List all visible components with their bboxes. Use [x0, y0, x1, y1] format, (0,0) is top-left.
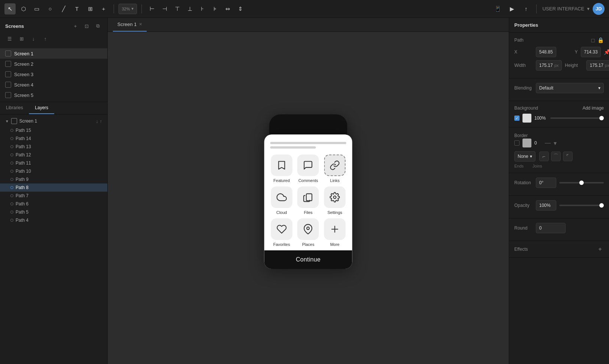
- align-left[interactable]: ⊢: [146, 3, 157, 14]
- add-image-btn[interactable]: Add image: [583, 105, 604, 111]
- visibility-icon[interactable]: ◻: [591, 37, 595, 43]
- join-buttons: ⌐ ⌒ ⌜: [539, 152, 573, 161]
- align-right[interactable]: ⊤: [172, 3, 183, 14]
- icon-box-files: [297, 186, 319, 208]
- tab-libraries[interactable]: Libraries: [0, 102, 29, 114]
- add-from-file-btn[interactable]: ⊡: [82, 22, 91, 30]
- sort-desc-btn[interactable]: ↑: [41, 34, 50, 43]
- bg-opacity-thumb: [599, 116, 604, 120]
- add-tool[interactable]: +: [98, 3, 109, 14]
- canvas-tab-screen1[interactable]: Screen 1 ✕: [113, 18, 147, 32]
- mobile-preview[interactable]: 📱: [492, 3, 504, 14]
- sort-asc-btn[interactable]: ↓: [29, 34, 38, 43]
- duplicate-screen-btn[interactable]: ⧉: [93, 22, 102, 30]
- rectangle-tool[interactable]: ▭: [31, 3, 42, 14]
- align-center-h[interactable]: ⊣: [159, 3, 170, 14]
- layer-path8[interactable]: Path 8: [0, 183, 107, 192]
- width-input[interactable]: 175.17 px: [536, 60, 562, 71]
- sort-down-icon[interactable]: ↓: [96, 118, 98, 124]
- joins-label: Joins: [533, 164, 542, 168]
- layer-path15[interactable]: Path 15: [0, 126, 107, 134]
- border-checkbox[interactable]: [514, 140, 520, 146]
- layer-path4[interactable]: Path 4: [0, 216, 107, 224]
- pin-icon[interactable]: 📌: [604, 49, 609, 55]
- lock-icon[interactable]: 🔒: [597, 37, 604, 43]
- layer-path13[interactable]: Path 13: [0, 143, 107, 151]
- add-screen-btn[interactable]: +: [71, 22, 80, 30]
- screen-item-4[interactable]: Screen 4: [0, 79, 107, 90]
- layer-path12[interactable]: Path 12: [0, 151, 107, 159]
- grid-view-btn[interactable]: ⊞: [17, 34, 26, 43]
- cap-style-select[interactable]: None ▾: [514, 151, 535, 162]
- opacity-slider[interactable]: [559, 205, 604, 206]
- icon-cell-favorites[interactable]: Favorites: [270, 218, 293, 247]
- layer-path7[interactable]: Path 7: [0, 192, 107, 200]
- icon-cell-cloud[interactable]: Cloud: [270, 186, 293, 215]
- y-input[interactable]: 714.33: [581, 47, 601, 57]
- sort-up-icon[interactable]: ↑: [100, 118, 102, 124]
- layer-path10[interactable]: Path 10: [0, 167, 107, 175]
- canvas-tab-close[interactable]: ✕: [139, 22, 142, 27]
- screen-item-2[interactable]: Screen 2: [0, 59, 107, 69]
- layer-path14[interactable]: Path 14: [0, 134, 107, 143]
- image-tool[interactable]: ⊞: [85, 3, 96, 14]
- layer-dot-5: [10, 211, 13, 214]
- distribute-v[interactable]: ⇕: [235, 3, 246, 14]
- continue-button[interactable]: Continue: [264, 250, 352, 269]
- bg-checkbox[interactable]: [514, 116, 520, 121]
- join-round-btn[interactable]: ⌒: [551, 152, 561, 161]
- align-bottom[interactable]: ⊧: [209, 3, 221, 14]
- icon-cell-settings[interactable]: Settings: [323, 186, 346, 215]
- layer-path5[interactable]: Path 5: [0, 208, 107, 216]
- round-input[interactable]: 0: [536, 223, 566, 233]
- zoom-control[interactable]: 32% ▾: [118, 4, 137, 14]
- align-top[interactable]: ⊥: [184, 3, 195, 14]
- layer-path11[interactable]: Path 11: [0, 159, 107, 167]
- select-tool[interactable]: ↖: [4, 3, 16, 14]
- icon-cell-featured[interactable]: Featured: [270, 155, 293, 183]
- join-miter-btn[interactable]: ⌐: [539, 152, 549, 161]
- screen-icon-3: [5, 71, 11, 77]
- rotation-row: Rotation 0°: [514, 178, 604, 188]
- rotation-slider[interactable]: [559, 182, 604, 183]
- bg-opacity-slider[interactable]: [550, 117, 604, 119]
- text-tool[interactable]: T: [71, 3, 82, 14]
- icon-cell-places[interactable]: Places: [297, 218, 320, 247]
- add-effect-btn[interactable]: +: [596, 246, 604, 253]
- project-name[interactable]: USER INTERFACE ▾: [541, 6, 590, 12]
- icon-cell-files[interactable]: Files: [297, 186, 320, 215]
- y-label: Y: [559, 49, 578, 55]
- icon-cell-comments[interactable]: Comments: [297, 155, 320, 183]
- canvas-content[interactable]: Featured Comments: [108, 32, 509, 364]
- layer-path9[interactable]: Path 9: [0, 175, 107, 183]
- play-preview[interactable]: ▶: [507, 3, 518, 14]
- layer-path6[interactable]: Path 6: [0, 200, 107, 208]
- border-color-swatch[interactable]: [522, 139, 531, 147]
- line-tool[interactable]: ╱: [58, 3, 69, 14]
- rotation-input[interactable]: 0°: [536, 178, 556, 188]
- distribute-h[interactable]: ⇔: [222, 3, 233, 14]
- x-input[interactable]: 548.85: [536, 47, 556, 57]
- align-center-v[interactable]: ⊦: [197, 3, 208, 14]
- export[interactable]: ↑: [521, 3, 532, 14]
- screens-header: Screens + ⊡ ⧉: [0, 18, 107, 34]
- screen-item-5[interactable]: Screen 5: [0, 90, 107, 100]
- screen-icon-5: [5, 92, 11, 98]
- height-input[interactable]: 175.17 px: [586, 60, 609, 71]
- opacity-section: Opacity 100%: [509, 196, 609, 218]
- opacity-input[interactable]: 100%: [536, 200, 556, 211]
- vector-tool[interactable]: ⬡: [18, 3, 29, 14]
- screen-item-1[interactable]: Screen 1: [0, 48, 107, 59]
- icon-cell-links[interactable]: Links: [323, 155, 346, 183]
- screen-item-3[interactable]: Screen 3: [0, 69, 107, 79]
- tab-layers[interactable]: Layers: [29, 102, 54, 114]
- list-view-btn[interactable]: ☰: [5, 34, 14, 43]
- circle-tool[interactable]: ○: [45, 3, 56, 14]
- layer-section-screen1[interactable]: ▼ Screen 1 ↓ ↑: [0, 116, 107, 126]
- icon-cell-more[interactable]: More: [323, 218, 346, 247]
- border-style-chevron[interactable]: ▾: [554, 140, 557, 147]
- join-bevel-btn[interactable]: ⌜: [563, 152, 573, 161]
- bg-color-swatch[interactable]: [522, 114, 531, 123]
- blending-select[interactable]: Default ▾: [536, 83, 604, 93]
- layer-dot-9: [10, 178, 13, 181]
